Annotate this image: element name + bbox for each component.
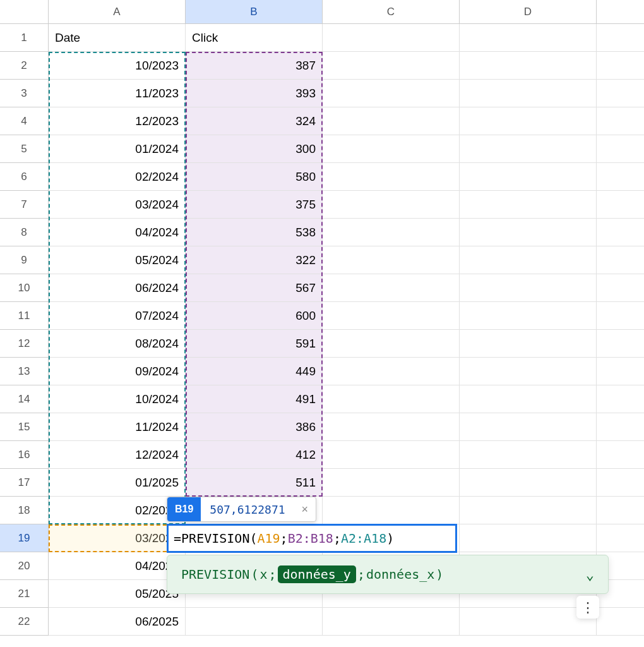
chevron-down-icon[interactable]: ⌄ [586,567,594,583]
col-header-A[interactable]: A [49,0,186,24]
cell-date[interactable]: 05/2025 [49,580,186,608]
empty-cell[interactable] [323,219,460,246]
row-header[interactable]: 17 [0,469,49,497]
row-header[interactable]: 15 [0,413,49,441]
column-label-date[interactable]: Date [49,24,186,52]
more-options-icon[interactable]: ⋮ [576,596,599,619]
empty-cell[interactable] [323,163,460,191]
cell-date[interactable]: 06/2024 [49,274,186,302]
empty-cell[interactable] [323,135,460,163]
empty-cell[interactable] [460,469,597,497]
empty-cell[interactable] [460,524,597,552]
empty-cell[interactable] [460,246,597,274]
row-header[interactable]: 21 [0,580,49,608]
col-header-D[interactable]: D [460,0,597,24]
cell-date[interactable]: 12/2023 [49,107,186,135]
cell-click[interactable]: 567 [186,274,323,302]
empty-cell[interactable] [323,302,460,330]
empty-cell[interactable] [460,80,597,107]
cell-click[interactable]: 393 [186,80,323,107]
cell-date[interactable]: 07/2024 [49,302,186,330]
row-header[interactable]: 22 [0,608,49,636]
row-header[interactable]: 10 [0,274,49,302]
cell-date[interactable]: 10/2024 [49,385,186,413]
close-icon[interactable]: × [294,503,316,516]
empty-cell[interactable] [460,135,597,163]
empty-cell[interactable] [323,413,460,441]
cell-click[interactable]: 580 [186,163,323,191]
empty-cell[interactable] [460,107,597,135]
cell-date[interactable]: 10/2023 [49,52,186,80]
col-header-extra[interactable] [597,0,644,24]
cell-date[interactable]: 03/2025 [49,524,186,552]
empty-cell[interactable] [323,330,460,358]
row-header[interactable]: 19 [0,524,49,552]
row-header[interactable]: 4 [0,107,49,135]
empty-cell[interactable] [323,24,460,52]
empty-cell[interactable] [323,358,460,385]
row-header[interactable]: 16 [0,441,49,469]
empty-cell[interactable] [597,608,644,636]
row-header[interactable]: 20 [0,552,49,580]
cell-click[interactable]: 324 [186,107,323,135]
cell-date[interactable]: 03/2024 [49,191,186,219]
empty-cell[interactable] [597,469,644,497]
cell-click[interactable]: 491 [186,385,323,413]
cell-date[interactable]: 11/2024 [49,413,186,441]
empty-cell[interactable] [323,385,460,413]
empty-cell[interactable] [460,358,597,385]
empty-cell[interactable] [460,385,597,413]
cell-click[interactable] [186,608,323,636]
empty-cell[interactable] [597,441,644,469]
cell-click[interactable]: 300 [186,135,323,163]
row-header[interactable]: 2 [0,52,49,80]
cell-click[interactable]: 591 [186,330,323,358]
corner-cell[interactable] [0,0,49,24]
empty-cell[interactable] [597,107,644,135]
row-header[interactable]: 1 [0,24,49,52]
empty-cell[interactable] [597,135,644,163]
empty-cell[interactable] [597,302,644,330]
row-header[interactable]: 5 [0,135,49,163]
empty-cell[interactable] [323,274,460,302]
cell-date[interactable]: 01/2025 [49,469,186,497]
empty-cell[interactable] [597,497,644,524]
empty-cell[interactable] [597,52,644,80]
cell-click[interactable]: 538 [186,219,323,246]
empty-cell[interactable] [597,274,644,302]
empty-cell[interactable] [460,274,597,302]
empty-cell[interactable] [323,441,460,469]
empty-cell[interactable] [323,608,460,636]
cell-date[interactable]: 02/2025 [49,497,186,524]
cell-date[interactable]: 06/2025 [49,608,186,636]
cell-click[interactable]: 322 [186,246,323,274]
empty-cell[interactable] [597,413,644,441]
row-header[interactable]: 8 [0,219,49,246]
row-header[interactable]: 6 [0,163,49,191]
row-header[interactable]: 14 [0,385,49,413]
cell-date[interactable]: 04/2024 [49,219,186,246]
empty-cell[interactable] [323,52,460,80]
empty-cell[interactable] [597,385,644,413]
empty-cell[interactable] [597,191,644,219]
empty-cell[interactable] [460,219,597,246]
cell-date[interactable]: 11/2023 [49,80,186,107]
cell-date[interactable]: 12/2024 [49,441,186,469]
empty-cell[interactable] [597,246,644,274]
cell-date[interactable]: 05/2024 [49,246,186,274]
col-header-B[interactable]: B [186,0,323,24]
cell-click[interactable]: 375 [186,191,323,219]
cell-click[interactable]: 449 [186,358,323,385]
empty-cell[interactable] [460,413,597,441]
cell-click[interactable]: 386 [186,413,323,441]
empty-cell[interactable] [460,330,597,358]
empty-cell[interactable] [597,219,644,246]
empty-cell[interactable] [323,107,460,135]
cell-click[interactable]: 387 [186,52,323,80]
cell-date[interactable]: 08/2024 [49,330,186,358]
row-header[interactable]: 13 [0,358,49,385]
empty-cell[interactable] [597,358,644,385]
column-label-click[interactable]: Click [186,24,323,52]
empty-cell[interactable] [597,80,644,107]
empty-cell[interactable] [323,246,460,274]
